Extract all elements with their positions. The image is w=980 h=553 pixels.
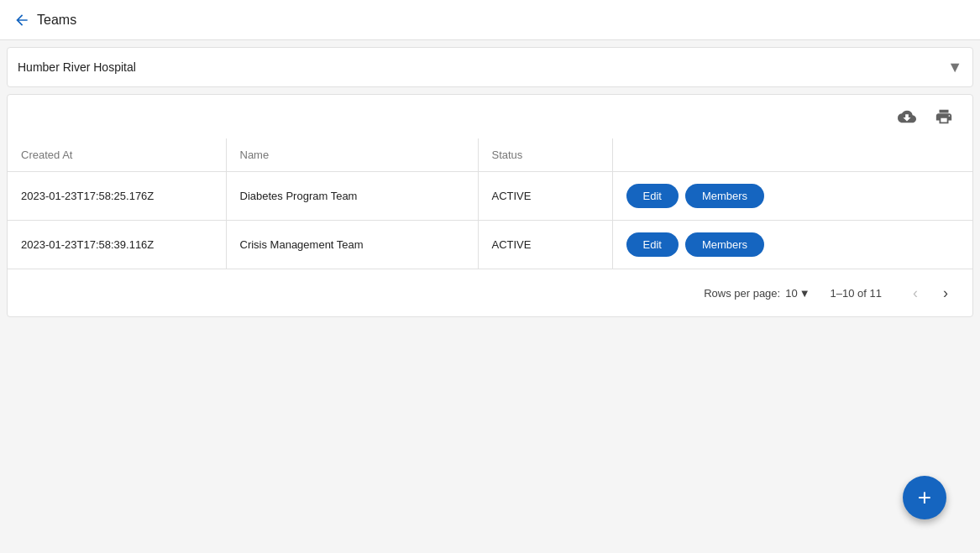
cell-name: Crisis Management Team <box>226 221 478 269</box>
table-toolbar <box>8 95 972 138</box>
members-button[interactable]: Members <box>685 184 764 208</box>
col-header-status: Status <box>478 138 612 172</box>
cell-created-at: 2023-01-23T17:58:25.176Z <box>8 172 226 221</box>
header: Teams <box>0 0 980 40</box>
table-row: 2023-01-23T17:58:39.116Z Crisis Manageme… <box>8 221 972 269</box>
back-button[interactable] <box>13 12 30 29</box>
cell-actions: Edit Members <box>612 221 972 269</box>
rows-per-page-control: Rows per page: 10 ▼ <box>704 287 810 300</box>
teams-table-container: Created At Name Status 2023-01-23T17:58:… <box>7 94 973 317</box>
cell-status: ACTIVE <box>478 172 612 221</box>
page-range: 1–10 of 11 <box>831 287 882 300</box>
next-page-button[interactable]: › <box>932 279 959 306</box>
rows-per-page-dropdown-icon: ▼ <box>799 287 810 300</box>
pagination: Rows per page: 10 ▼ 1–10 of 11 ‹ › <box>8 269 972 316</box>
cell-name: Diabetes Program Team <box>226 172 478 221</box>
page-navigation: ‹ › <box>902 279 959 306</box>
teams-table: Created At Name Status 2023-01-23T17:58:… <box>8 138 972 269</box>
edit-button[interactable]: Edit <box>626 232 679 257</box>
selector-value: Humber River Hospital <box>18 60 136 74</box>
prev-page-button[interactable]: ‹ <box>902 279 929 306</box>
chevron-down-icon: ▼ <box>947 59 962 76</box>
table-row: 2023-01-23T17:58:25.176Z Diabetes Progra… <box>8 172 972 221</box>
rows-per-page-label: Rows per page: <box>704 287 780 300</box>
table-header-row: Created At Name Status <box>8 138 972 172</box>
page-title: Teams <box>37 13 76 28</box>
download-icon[interactable] <box>892 102 922 132</box>
col-header-name: Name <box>226 138 478 172</box>
col-header-actions <box>612 138 972 172</box>
print-icon[interactable] <box>929 102 959 132</box>
cell-created-at: 2023-01-23T17:58:39.116Z <box>8 221 226 269</box>
hospital-selector[interactable]: Humber River Hospital ▼ <box>7 47 973 87</box>
cell-status: ACTIVE <box>478 221 612 269</box>
edit-button[interactable]: Edit <box>626 184 679 208</box>
rows-per-page-value: 10 <box>785 287 797 300</box>
rows-per-page-select[interactable]: 10 ▼ <box>785 287 810 300</box>
cell-actions: Edit Members <box>612 172 972 221</box>
add-team-button[interactable]: + <box>903 476 946 519</box>
col-header-created-at: Created At <box>8 138 226 172</box>
members-button[interactable]: Members <box>685 232 764 257</box>
